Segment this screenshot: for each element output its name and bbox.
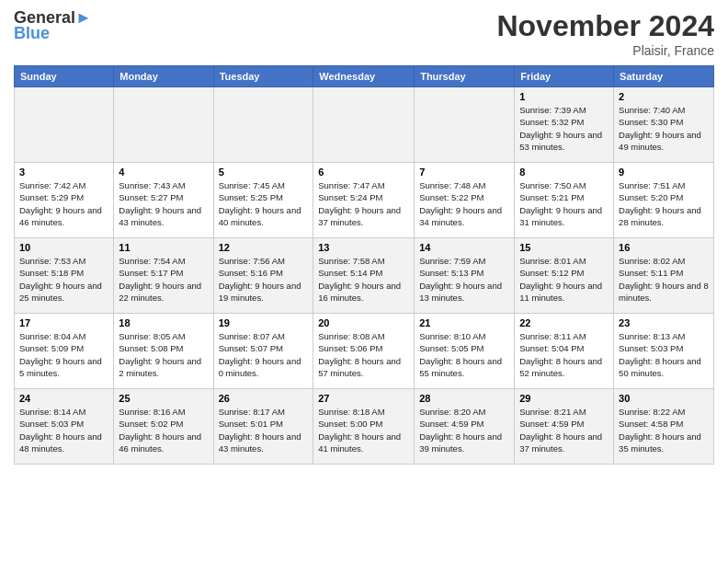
day-info: Sunrise: 7:45 AM Sunset: 5:25 PM Dayligh… — [219, 179, 309, 228]
day-info: Sunrise: 8:02 AM Sunset: 5:11 PM Dayligh… — [619, 255, 709, 304]
day-cell — [15, 87, 114, 163]
day-cell: 21Sunrise: 8:10 AM Sunset: 5:05 PM Dayli… — [415, 314, 515, 389]
day-cell: 13Sunrise: 7:58 AM Sunset: 5:14 PM Dayli… — [313, 238, 415, 314]
day-number: 4 — [119, 167, 208, 178]
day-info: Sunrise: 7:40 AM Sunset: 5:30 PM Dayligh… — [619, 104, 709, 153]
day-info: Sunrise: 7:39 AM Sunset: 5:32 PM Dayligh… — [519, 104, 609, 153]
weekday-header-saturday: Saturday — [614, 66, 714, 87]
day-cell: 18Sunrise: 8:05 AM Sunset: 5:08 PM Dayli… — [114, 314, 213, 389]
day-cell: 5Sunrise: 7:45 AM Sunset: 5:25 PM Daylig… — [213, 163, 313, 238]
day-number: 11 — [119, 242, 208, 253]
day-cell: 29Sunrise: 8:21 AM Sunset: 4:59 PM Dayli… — [515, 389, 614, 465]
day-number: 13 — [318, 242, 409, 253]
day-info: Sunrise: 7:48 AM Sunset: 5:22 PM Dayligh… — [419, 179, 509, 228]
day-cell: 23Sunrise: 8:13 AM Sunset: 5:03 PM Dayli… — [614, 314, 714, 389]
day-number: 18 — [119, 317, 208, 328]
month-title: November 2024 — [496, 9, 714, 43]
day-cell: 25Sunrise: 8:16 AM Sunset: 5:02 PM Dayli… — [114, 389, 213, 465]
day-info: Sunrise: 7:58 AM Sunset: 5:14 PM Dayligh… — [318, 255, 409, 304]
weekday-header-thursday: Thursday — [415, 66, 515, 87]
day-number: 22 — [519, 317, 609, 328]
day-info: Sunrise: 8:18 AM Sunset: 5:00 PM Dayligh… — [318, 406, 409, 454]
day-cell: 19Sunrise: 8:07 AM Sunset: 5:07 PM Dayli… — [213, 314, 313, 389]
weekday-header-friday: Friday — [515, 66, 614, 87]
day-number: 16 — [619, 242, 709, 253]
day-number: 19 — [219, 317, 309, 328]
week-row-1: 3Sunrise: 7:42 AM Sunset: 5:29 PM Daylig… — [15, 163, 714, 238]
day-number: 10 — [19, 242, 108, 253]
day-number: 7 — [419, 167, 509, 178]
weekday-header-monday: Monday — [114, 66, 213, 87]
day-number: 6 — [318, 167, 409, 178]
day-info: Sunrise: 8:04 AM Sunset: 5:09 PM Dayligh… — [19, 330, 108, 379]
day-info: Sunrise: 8:17 AM Sunset: 5:01 PM Dayligh… — [219, 406, 309, 454]
day-number: 9 — [619, 167, 709, 178]
day-info: Sunrise: 7:51 AM Sunset: 5:20 PM Dayligh… — [619, 179, 709, 228]
page-container: General► Blue November 2024 Plaisir, Fra… — [0, 0, 728, 474]
day-cell: 1Sunrise: 7:39 AM Sunset: 5:32 PM Daylig… — [515, 87, 614, 163]
day-info: Sunrise: 8:13 AM Sunset: 5:03 PM Dayligh… — [619, 330, 709, 379]
day-number: 21 — [419, 317, 509, 328]
day-number: 12 — [219, 242, 309, 253]
header: General► Blue November 2024 Plaisir, Fra… — [14, 9, 714, 58]
day-cell: 24Sunrise: 8:14 AM Sunset: 5:03 PM Dayli… — [15, 389, 114, 465]
week-row-0: 1Sunrise: 7:39 AM Sunset: 5:32 PM Daylig… — [15, 87, 714, 163]
day-info: Sunrise: 8:21 AM Sunset: 4:59 PM Dayligh… — [519, 406, 609, 454]
day-cell: 15Sunrise: 8:01 AM Sunset: 5:12 PM Dayli… — [515, 238, 614, 314]
day-info: Sunrise: 8:10 AM Sunset: 5:05 PM Dayligh… — [419, 330, 509, 379]
day-info: Sunrise: 7:47 AM Sunset: 5:24 PM Dayligh… — [318, 179, 409, 228]
day-cell — [313, 87, 415, 163]
day-info: Sunrise: 8:20 AM Sunset: 4:59 PM Dayligh… — [419, 406, 509, 454]
day-cell: 7Sunrise: 7:48 AM Sunset: 5:22 PM Daylig… — [415, 163, 515, 238]
day-number: 30 — [619, 393, 709, 404]
logo: General► Blue — [14, 9, 92, 43]
day-info: Sunrise: 8:11 AM Sunset: 5:04 PM Dayligh… — [519, 330, 609, 379]
day-number: 17 — [19, 317, 108, 328]
day-cell: 14Sunrise: 7:59 AM Sunset: 5:13 PM Dayli… — [415, 238, 515, 314]
day-number: 5 — [219, 167, 309, 178]
weekday-header-tuesday: Tuesday — [213, 66, 313, 87]
day-cell — [213, 87, 313, 163]
day-number: 28 — [419, 393, 509, 404]
title-block: November 2024 Plaisir, France — [496, 9, 714, 58]
day-info: Sunrise: 7:43 AM Sunset: 5:27 PM Dayligh… — [119, 179, 208, 228]
weekday-header-sunday: Sunday — [15, 66, 114, 87]
day-info: Sunrise: 7:59 AM Sunset: 5:13 PM Dayligh… — [419, 255, 509, 304]
day-number: 26 — [219, 393, 309, 404]
day-number: 3 — [19, 167, 108, 178]
day-info: Sunrise: 8:01 AM Sunset: 5:12 PM Dayligh… — [519, 255, 609, 304]
day-cell: 17Sunrise: 8:04 AM Sunset: 5:09 PM Dayli… — [15, 314, 114, 389]
day-info: Sunrise: 8:22 AM Sunset: 4:58 PM Dayligh… — [619, 406, 709, 454]
day-number: 24 — [19, 393, 108, 404]
weekday-header-wednesday: Wednesday — [313, 66, 415, 87]
day-cell: 11Sunrise: 7:54 AM Sunset: 5:17 PM Dayli… — [114, 238, 213, 314]
calendar-table: SundayMondayTuesdayWednesdayThursdayFrid… — [14, 65, 714, 465]
day-info: Sunrise: 7:42 AM Sunset: 5:29 PM Dayligh… — [19, 179, 108, 228]
day-cell: 16Sunrise: 8:02 AM Sunset: 5:11 PM Dayli… — [614, 238, 714, 314]
day-cell: 6Sunrise: 7:47 AM Sunset: 5:24 PM Daylig… — [313, 163, 415, 238]
day-number: 15 — [519, 242, 609, 253]
day-number: 1 — [519, 91, 609, 102]
day-cell: 3Sunrise: 7:42 AM Sunset: 5:29 PM Daylig… — [15, 163, 114, 238]
weekday-header-row: SundayMondayTuesdayWednesdayThursdayFrid… — [15, 66, 714, 87]
day-cell: 9Sunrise: 7:51 AM Sunset: 5:20 PM Daylig… — [614, 163, 714, 238]
day-cell: 8Sunrise: 7:50 AM Sunset: 5:21 PM Daylig… — [515, 163, 614, 238]
location: Plaisir, France — [496, 43, 714, 58]
day-number: 20 — [318, 317, 409, 328]
day-cell: 30Sunrise: 8:22 AM Sunset: 4:58 PM Dayli… — [614, 389, 714, 465]
day-cell — [114, 87, 213, 163]
day-number: 2 — [619, 91, 709, 102]
day-cell: 2Sunrise: 7:40 AM Sunset: 5:30 PM Daylig… — [614, 87, 714, 163]
day-cell: 28Sunrise: 8:20 AM Sunset: 4:59 PM Dayli… — [415, 389, 515, 465]
day-number: 23 — [619, 317, 709, 328]
day-number: 14 — [419, 242, 509, 253]
day-cell: 12Sunrise: 7:56 AM Sunset: 5:16 PM Dayli… — [213, 238, 313, 314]
day-number: 29 — [519, 393, 609, 404]
week-row-4: 24Sunrise: 8:14 AM Sunset: 5:03 PM Dayli… — [15, 389, 714, 465]
day-cell: 4Sunrise: 7:43 AM Sunset: 5:27 PM Daylig… — [114, 163, 213, 238]
day-info: Sunrise: 7:53 AM Sunset: 5:18 PM Dayligh… — [19, 255, 108, 304]
week-row-2: 10Sunrise: 7:53 AM Sunset: 5:18 PM Dayli… — [15, 238, 714, 314]
day-info: Sunrise: 7:56 AM Sunset: 5:16 PM Dayligh… — [219, 255, 309, 304]
day-info: Sunrise: 7:54 AM Sunset: 5:17 PM Dayligh… — [119, 255, 208, 304]
day-cell: 22Sunrise: 8:11 AM Sunset: 5:04 PM Dayli… — [515, 314, 614, 389]
